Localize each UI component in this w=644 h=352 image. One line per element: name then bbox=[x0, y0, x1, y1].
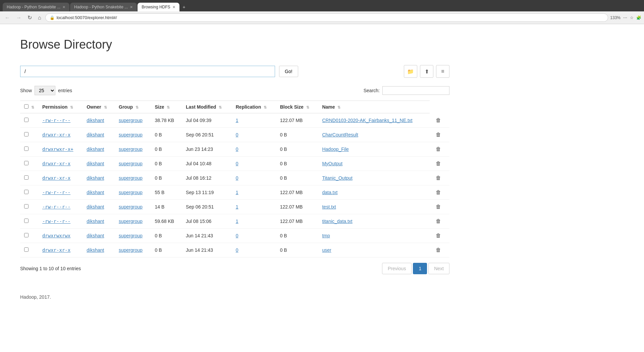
file-link-6[interactable]: test.txt bbox=[322, 204, 336, 210]
permission-link-2[interactable]: drwxrwxr-x+ bbox=[42, 146, 73, 152]
replication-link-3[interactable]: 0 bbox=[236, 161, 238, 166]
address-bar[interactable]: 🔒 localhost:50070/explorer.html#/ bbox=[45, 13, 608, 22]
group-link-5[interactable]: supergroup bbox=[119, 190, 143, 195]
delete-button-1[interactable]: 🗑 bbox=[434, 131, 443, 138]
list-button[interactable]: ≡ bbox=[436, 65, 449, 78]
file-link-5[interactable]: data.txt bbox=[322, 190, 337, 195]
replication-link-6[interactable]: 1 bbox=[236, 204, 238, 210]
group-link-6[interactable]: supergroup bbox=[119, 204, 143, 210]
row-checkbox-5[interactable] bbox=[24, 190, 29, 194]
entries-select[interactable]: 10 25 50 100 bbox=[35, 86, 55, 95]
tab-2-close[interactable]: ✕ bbox=[130, 5, 133, 9]
sort-all-icon[interactable]: ⇅ bbox=[31, 105, 34, 109]
row-checkbox-9[interactable] bbox=[24, 247, 29, 252]
reload-button[interactable]: ↻ bbox=[25, 14, 34, 21]
replication-link-8[interactable]: 0 bbox=[236, 233, 238, 238]
delete-button-6[interactable]: 🗑 bbox=[434, 203, 443, 211]
home-button[interactable]: ⌂ bbox=[36, 14, 43, 21]
delete-button-9[interactable]: 🗑 bbox=[434, 246, 443, 254]
delete-button-2[interactable]: 🗑 bbox=[434, 145, 443, 153]
delete-button-4[interactable]: 🗑 bbox=[434, 174, 443, 182]
replication-link-0[interactable]: 1 bbox=[236, 118, 238, 123]
forward-button[interactable]: → bbox=[14, 14, 23, 21]
row-checkbox-1[interactable] bbox=[24, 132, 29, 136]
group-link-3[interactable]: supergroup bbox=[119, 161, 143, 166]
extensions-icon[interactable]: 🧩 bbox=[636, 15, 641, 20]
header-size[interactable]: Size ⇅ bbox=[151, 101, 182, 113]
permission-link-3[interactable]: drwxr-xr-x bbox=[42, 161, 70, 166]
file-link-2[interactable]: Hadoop_File bbox=[322, 146, 348, 152]
row-checkbox-2[interactable] bbox=[24, 146, 29, 151]
tab-1[interactable]: Hadoop - Python Snakebite ... ✕ bbox=[3, 3, 69, 11]
menu-dots[interactable]: ⋯ bbox=[623, 15, 627, 20]
owner-link-2[interactable]: dikshant bbox=[87, 146, 104, 152]
replication-link-5[interactable]: 1 bbox=[236, 190, 238, 195]
tab-3-close[interactable]: ✕ bbox=[172, 5, 175, 9]
delete-button-0[interactable]: 🗑 bbox=[434, 117, 443, 124]
page-1-button[interactable]: 1 bbox=[413, 263, 427, 274]
row-checkbox-6[interactable] bbox=[24, 204, 29, 209]
permission-link-1[interactable]: drwxr-xr-x bbox=[42, 132, 70, 137]
previous-button[interactable]: Previous bbox=[382, 263, 412, 274]
tab-1-close[interactable]: ✕ bbox=[62, 5, 65, 9]
header-last-modified[interactable]: Last Modified ⇅ bbox=[182, 101, 232, 113]
row-checkbox-3[interactable] bbox=[24, 161, 29, 165]
file-link-3[interactable]: MyOutput bbox=[322, 161, 342, 166]
permission-link-7[interactable]: -rw-r--r-- bbox=[42, 219, 70, 224]
owner-link-1[interactable]: dikshant bbox=[87, 132, 104, 137]
file-link-8[interactable]: tmp bbox=[322, 233, 330, 238]
tab-3[interactable]: Browsing HDFS ✕ bbox=[138, 3, 179, 11]
delete-button-3[interactable]: 🗑 bbox=[434, 160, 443, 167]
replication-link-2[interactable]: 0 bbox=[236, 146, 238, 152]
permission-link-9[interactable]: drwxr-xr-x bbox=[42, 247, 70, 253]
header-name[interactable]: Name ⇅ bbox=[318, 101, 430, 113]
owner-link-9[interactable]: dikshant bbox=[87, 247, 104, 253]
group-link-7[interactable]: supergroup bbox=[119, 219, 143, 224]
replication-link-1[interactable]: 0 bbox=[236, 132, 238, 137]
header-permission[interactable]: Permission ⇅ bbox=[38, 101, 83, 113]
file-link-9[interactable]: user bbox=[322, 247, 331, 253]
permission-link-0[interactable]: -rw-r--r-- bbox=[42, 118, 70, 123]
owner-link-4[interactable]: dikshant bbox=[87, 175, 104, 181]
file-link-0[interactable]: CRND0103-2020-AK_Fairbanks_11_NE.txt bbox=[322, 118, 412, 123]
permission-link-5[interactable]: -rw-r--r-- bbox=[42, 190, 70, 195]
owner-link-7[interactable]: dikshant bbox=[87, 219, 104, 224]
row-checkbox-4[interactable] bbox=[24, 175, 29, 180]
header-owner[interactable]: Owner ⇅ bbox=[83, 101, 115, 113]
row-checkbox-0[interactable] bbox=[24, 118, 29, 122]
upload-button[interactable]: ⬆ bbox=[420, 65, 433, 78]
owner-link-5[interactable]: dikshant bbox=[87, 190, 104, 195]
permission-link-4[interactable]: drwxr-xr-x bbox=[42, 175, 70, 181]
delete-button-8[interactable]: 🗑 bbox=[434, 232, 443, 239]
row-checkbox-7[interactable] bbox=[24, 219, 29, 223]
bookmark-icon[interactable]: ☆ bbox=[630, 15, 634, 20]
delete-button-5[interactable]: 🗑 bbox=[434, 189, 443, 196]
replication-link-4[interactable]: 0 bbox=[236, 175, 238, 181]
group-link-4[interactable]: supergroup bbox=[119, 175, 143, 181]
group-link-1[interactable]: supergroup bbox=[119, 132, 143, 137]
owner-link-3[interactable]: dikshant bbox=[87, 161, 104, 166]
select-all-checkbox[interactable] bbox=[24, 104, 29, 109]
group-link-8[interactable]: supergroup bbox=[119, 233, 143, 238]
permission-link-8[interactable]: drwxrwxrwx bbox=[42, 233, 70, 238]
group-link-0[interactable]: supergroup bbox=[119, 118, 143, 123]
go-button[interactable]: Go! bbox=[279, 66, 298, 77]
row-checkbox-8[interactable] bbox=[24, 233, 29, 237]
next-button[interactable]: Next bbox=[428, 263, 449, 274]
replication-link-9[interactable]: 0 bbox=[236, 247, 238, 253]
permission-link-6[interactable]: -rw-r--r-- bbox=[42, 204, 70, 210]
header-replication[interactable]: Replication ⇅ bbox=[232, 101, 276, 113]
folder-button[interactable]: 📁 bbox=[404, 65, 417, 78]
group-link-2[interactable]: supergroup bbox=[119, 146, 143, 152]
back-button[interactable]: ← bbox=[3, 14, 12, 21]
header-group[interactable]: Group ⇅ bbox=[115, 101, 151, 113]
owner-link-8[interactable]: dikshant bbox=[87, 233, 104, 238]
owner-link-6[interactable]: dikshant bbox=[87, 204, 104, 210]
file-link-1[interactable]: CharCountResult bbox=[322, 132, 358, 137]
replication-link-7[interactable]: 1 bbox=[236, 219, 238, 224]
group-link-9[interactable]: supergroup bbox=[119, 247, 143, 253]
delete-button-7[interactable]: 🗑 bbox=[434, 218, 443, 225]
file-link-4[interactable]: Titanic_Output bbox=[322, 175, 353, 181]
owner-link-0[interactable]: dikshant bbox=[87, 118, 104, 123]
search-input[interactable] bbox=[382, 86, 449, 95]
